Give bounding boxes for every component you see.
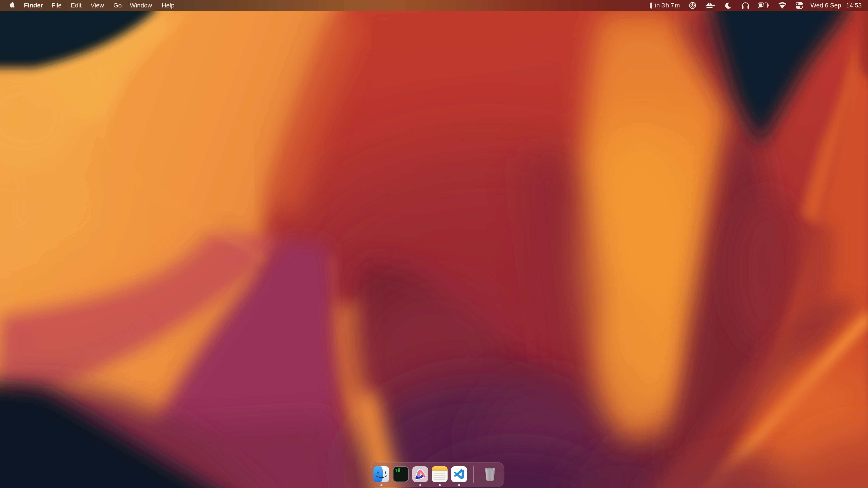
svg-text:$: $ [395,468,397,473]
